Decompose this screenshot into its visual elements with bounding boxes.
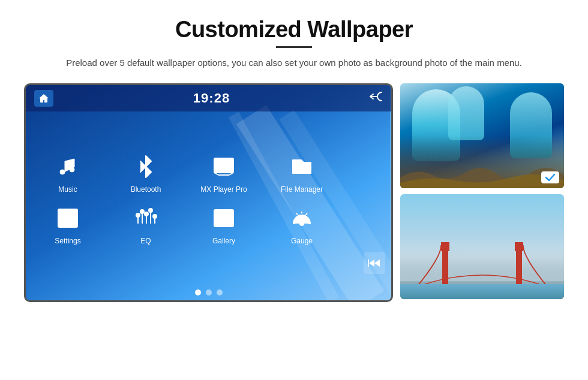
app-mx-player[interactable]: MX Player Pro <box>200 152 248 194</box>
settings-icon-box <box>53 203 83 233</box>
file-manager-icon-box <box>287 152 317 182</box>
folder-icon <box>290 155 313 178</box>
svg-marker-41 <box>374 260 380 267</box>
app-gallery-label: Gallery <box>212 237 235 245</box>
app-gallery[interactable]: Gallery <box>200 203 248 245</box>
app-bluetooth-label: Bluetooth <box>131 185 161 194</box>
svg-line-38 <box>296 213 298 215</box>
app-settings-label: Settings <box>55 237 80 245</box>
svg-point-27 <box>140 210 144 213</box>
gallery-icon <box>212 207 235 230</box>
bluetooth-icon-box <box>131 152 161 182</box>
app-file-label: File Manager <box>281 185 323 194</box>
app-row-2: Settings <box>26 203 391 245</box>
svg-point-32 <box>218 213 221 217</box>
skip-button[interactable] <box>364 252 385 274</box>
app-settings[interactable]: Settings <box>44 203 92 245</box>
eq-icon-box <box>131 203 161 233</box>
bridge-cables-svg <box>400 245 564 287</box>
svg-point-34 <box>300 222 304 225</box>
app-gauge[interactable]: Gauge <box>278 203 326 245</box>
content-row: 19:28 <box>24 83 564 302</box>
video-player-icon <box>212 155 235 178</box>
svg-line-39 <box>306 213 307 215</box>
page-dots <box>195 289 223 295</box>
settings-icon <box>56 207 79 230</box>
topbar-time: 19:28 <box>193 91 230 106</box>
bluetooth-icon <box>134 155 157 178</box>
svg-marker-40 <box>369 260 374 267</box>
svg-point-28 <box>145 212 148 216</box>
home-button[interactable] <box>34 90 53 107</box>
gauge-icon-box <box>287 203 317 233</box>
app-row-1: Music Bluetooth <box>26 152 391 194</box>
equalizer-icon <box>134 207 157 230</box>
car-screen: 19:28 <box>24 83 393 302</box>
music-icon-box <box>53 152 83 182</box>
gallery-icon-box <box>209 203 239 233</box>
notification-badge <box>541 171 559 183</box>
app-file-manager[interactable]: File Manager <box>278 152 326 194</box>
back-button[interactable] <box>370 91 383 105</box>
dot-1[interactable] <box>195 289 201 295</box>
dot-3[interactable] <box>217 289 223 295</box>
right-images <box>400 83 564 299</box>
title-underline <box>276 46 312 48</box>
page-subtitle: Preload over 5 default wallpaper options… <box>66 56 522 70</box>
app-eq-label: EQ <box>140 237 151 245</box>
page-container: Customized Wallpaper Preload over 5 defa… <box>0 0 588 380</box>
skip-back-icon <box>368 258 381 268</box>
ice-cave-thumbnail[interactable] <box>400 83 564 188</box>
app-grid: Music Bluetooth <box>26 115 391 282</box>
ice-shape-2 <box>448 86 484 140</box>
mx-player-icon-box <box>209 152 239 182</box>
water <box>400 284 564 299</box>
app-mx-label: MX Player Pro <box>200 185 247 194</box>
svg-point-26 <box>136 213 140 217</box>
svg-rect-42 <box>368 260 369 267</box>
golden-gate-image <box>400 194 564 299</box>
app-music[interactable]: Music <box>44 152 92 194</box>
ice-cave-image <box>400 83 564 188</box>
app-eq[interactable]: EQ <box>122 203 170 245</box>
app-music-label: Music <box>58 185 77 194</box>
svg-point-30 <box>153 215 157 218</box>
dot-2[interactable] <box>206 289 212 295</box>
golden-gate-thumbnail[interactable] <box>400 194 564 299</box>
music-icon <box>56 155 79 178</box>
checkmark-icon <box>545 174 556 181</box>
svg-point-29 <box>149 209 152 212</box>
page-title: Customized Wallpaper <box>175 17 413 43</box>
app-bluetooth[interactable]: Bluetooth <box>122 152 170 194</box>
gauge-icon <box>290 207 313 230</box>
topbar: 19:28 <box>26 85 391 111</box>
app-gauge-label: Gauge <box>291 237 313 245</box>
svg-rect-18 <box>61 216 67 222</box>
rocks-svg <box>400 146 564 188</box>
